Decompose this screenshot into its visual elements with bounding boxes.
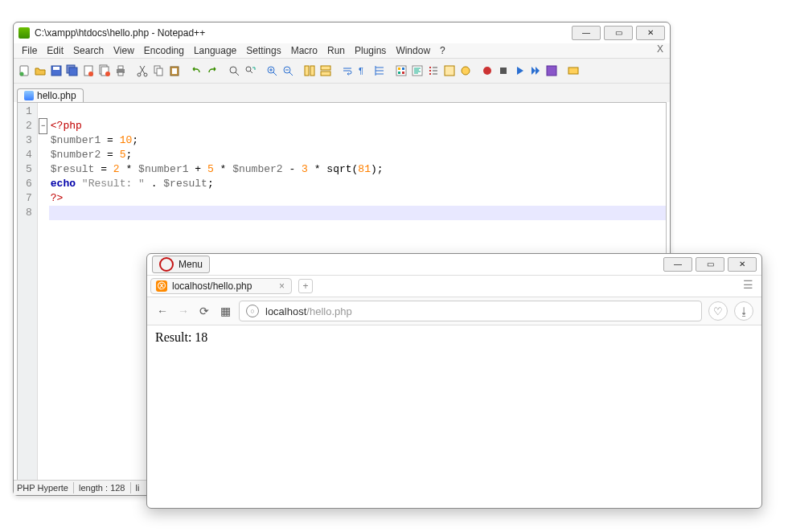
zoom-in-icon[interactable] xyxy=(265,63,279,78)
menu-view[interactable]: View xyxy=(113,45,134,56)
menu-help[interactable]: ? xyxy=(440,45,445,56)
menu-file[interactable]: File xyxy=(22,45,37,56)
play-macro-icon[interactable] xyxy=(512,63,527,78)
status-length: length : 128 xyxy=(79,483,125,493)
url-text: localhost/hello.php xyxy=(265,305,352,317)
line-number-gutter: 12345678 xyxy=(18,103,38,489)
menu-window[interactable]: Window xyxy=(396,45,430,56)
maximize-button[interactable]: ▭ xyxy=(696,257,724,272)
indent-guide-icon[interactable] xyxy=(372,63,387,78)
fold-toggle-icon[interactable]: − xyxy=(39,118,47,134)
browser-tab-localhost[interactable]: ⓧ localhost/hello.php × xyxy=(150,278,292,294)
svg-rect-35 xyxy=(445,66,454,76)
replace-icon[interactable] xyxy=(243,63,257,78)
code-line[interactable]: echo "Result: " . $result; xyxy=(49,177,666,191)
speed-dial-button[interactable]: ▦ xyxy=(218,304,232,318)
menu-search[interactable]: Search xyxy=(73,45,104,56)
menu-macro[interactable]: Macro xyxy=(291,45,318,56)
url-field[interactable]: ○ localhost/hello.php xyxy=(239,301,702,321)
minimize-button[interactable]: — xyxy=(663,257,692,272)
svg-rect-30 xyxy=(398,68,400,70)
sync-v-icon[interactable] xyxy=(302,63,317,78)
menu-run[interactable]: Run xyxy=(327,45,345,56)
find-icon[interactable] xyxy=(227,63,241,78)
file-tab-hello-php[interactable]: hello.php xyxy=(17,88,84,102)
svg-rect-31 xyxy=(402,68,404,70)
save-macro-icon[interactable] xyxy=(544,63,559,78)
fold-gutter: − xyxy=(38,103,49,489)
close-all-icon[interactable] xyxy=(97,63,112,78)
code-line[interactable] xyxy=(49,206,666,220)
menu-encoding[interactable]: Encoding xyxy=(144,45,184,56)
code-line[interactable]: $number2 = 5; xyxy=(49,148,666,162)
doc-list-icon[interactable] xyxy=(426,63,441,78)
npp-menu-bar: File Edit Search View Encoding Language … xyxy=(14,43,670,58)
svg-rect-12 xyxy=(118,66,123,69)
npp-toolbar: ¶ xyxy=(14,58,670,84)
svg-point-7 xyxy=(88,72,93,76)
svg-point-15 xyxy=(144,73,147,76)
maximize-button[interactable]: ▭ xyxy=(604,26,633,40)
svg-rect-34 xyxy=(412,66,422,76)
reload-button[interactable]: ⟳ xyxy=(197,304,211,318)
npp-title-bar[interactable]: C:\xampp\htdocs\hello.php - Notepad++ — … xyxy=(14,23,670,43)
save-all-icon[interactable] xyxy=(65,63,80,78)
play-multi-icon[interactable] xyxy=(528,63,543,78)
svg-rect-29 xyxy=(396,66,406,76)
menu-settings[interactable]: Settings xyxy=(246,45,281,56)
opera-menu-label: Menu xyxy=(179,259,203,270)
show-all-chars-icon[interactable]: ¶ xyxy=(356,63,371,78)
stop-macro-icon[interactable] xyxy=(496,63,511,78)
tab-menu-icon[interactable]: ☰ xyxy=(743,278,753,291)
folder-as-ws-icon[interactable] xyxy=(458,63,473,78)
record-macro-icon[interactable] xyxy=(480,63,495,78)
undo-icon[interactable] xyxy=(189,63,203,78)
forward-button[interactable]: → xyxy=(176,304,191,318)
copy-icon[interactable] xyxy=(151,63,166,78)
svg-rect-26 xyxy=(321,66,330,70)
function-list-icon[interactable] xyxy=(442,63,457,78)
code-line[interactable]: ?> xyxy=(49,191,666,206)
svg-rect-19 xyxy=(172,68,177,74)
close-file-icon[interactable] xyxy=(81,63,96,78)
code-line[interactable]: $result = 2 * $number1 + 5 * $number2 - … xyxy=(49,162,666,177)
close-button[interactable]: ✕ xyxy=(728,257,757,272)
redo-icon[interactable] xyxy=(205,63,220,78)
tab-close-icon[interactable]: × xyxy=(279,280,285,292)
menu-language[interactable]: Language xyxy=(194,45,236,56)
open-file-icon[interactable] xyxy=(33,63,47,78)
opera-menu-button[interactable]: Menu xyxy=(152,256,210,273)
bookmark-heart-button[interactable]: ♡ xyxy=(708,301,728,321)
file-icon xyxy=(24,91,34,100)
npp-tab-strip: hello.php xyxy=(14,84,670,102)
print-icon[interactable] xyxy=(113,63,128,78)
opera-logo-icon xyxy=(159,257,174,272)
toolbar-extra-icon[interactable] xyxy=(566,63,581,78)
downloads-button[interactable]: ⭳ xyxy=(734,301,753,321)
minimize-button[interactable]: — xyxy=(572,26,601,40)
svg-rect-25 xyxy=(310,66,314,76)
svg-point-14 xyxy=(137,73,141,76)
menu-close-doc-icon[interactable]: X xyxy=(657,43,663,55)
sync-h-icon[interactable] xyxy=(318,63,333,78)
paste-icon[interactable] xyxy=(167,63,182,78)
cut-icon[interactable] xyxy=(135,63,150,78)
code-line[interactable]: <?php xyxy=(49,119,666,133)
menu-edit[interactable]: Edit xyxy=(47,45,64,56)
udl-icon[interactable] xyxy=(394,63,408,78)
opera-title-bar[interactable]: Menu — ▭ ✕ xyxy=(147,254,761,275)
doc-map-icon[interactable] xyxy=(410,63,425,78)
back-button[interactable]: ← xyxy=(155,304,170,318)
new-tab-button[interactable]: + xyxy=(298,279,313,293)
zoom-out-icon[interactable] xyxy=(281,63,295,78)
wordwrap-icon[interactable] xyxy=(340,63,355,78)
save-icon[interactable] xyxy=(49,63,64,78)
npp-window-buttons: — ▭ ✕ xyxy=(572,26,665,40)
new-file-icon[interactable] xyxy=(17,63,31,78)
site-info-icon[interactable]: ○ xyxy=(246,305,259,317)
code-line[interactable] xyxy=(49,104,666,119)
menu-plugins[interactable]: Plugins xyxy=(355,45,386,56)
result-text: Result: 18 xyxy=(155,330,207,344)
close-button[interactable]: ✕ xyxy=(636,26,665,40)
code-line[interactable]: $number1 = 10; xyxy=(49,133,666,148)
